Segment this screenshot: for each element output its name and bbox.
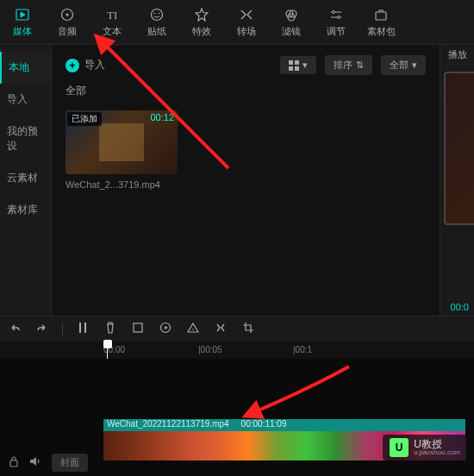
frame-button[interactable] [130,323,146,335]
adjust-icon [329,7,343,22]
svg-rect-18 [79,323,81,333]
lock-icon[interactable] [9,455,19,470]
reverse-button[interactable] [213,322,228,336]
tool-label: 文本 [103,25,122,38]
tool-adjust[interactable]: 调节 [314,0,359,44]
mute-icon[interactable] [29,456,41,469]
redo-button[interactable] [34,322,50,336]
tool-effect[interactable]: 特效 [179,0,224,44]
tool-label: 特效 [192,25,211,38]
svg-marker-22 [165,326,168,329]
svg-rect-19 [84,323,86,333]
plus-icon: + [65,59,79,72]
split-button[interactable] [75,322,90,336]
svg-rect-16 [289,66,293,71]
watermark-url: u.jiaoshou.com [414,449,460,456]
tool-label: 转场 [237,25,256,38]
tool-label: 媒体 [13,25,32,38]
svg-point-3 [66,13,69,16]
sort-icon: ⇅ [356,60,364,71]
svg-point-12 [338,16,340,18]
svg-marker-1 [21,12,25,17]
svg-rect-20 [134,323,142,332]
main-area: 本地 导入 我的预设 云素材 素材库 + 导入 ▾ 排序 ⇅ 全部 [0,45,474,316]
media-item[interactable]: 已添加 00:12 WeChat_2...3719.mp4 [65,110,178,190]
tool-media[interactable]: 媒体 [0,0,45,44]
media-filename: WeChat_2...3719.mp4 [65,179,178,190]
preview-panel: 播放 00:0 [440,45,474,316]
text-icon: TI [105,7,119,22]
effect-icon [195,7,209,22]
crop-button[interactable] [240,322,256,336]
sidebar-item-local[interactable]: 本地 [0,52,51,84]
tool-filter[interactable]: 滤镜 [269,0,314,44]
svg-point-5 [152,9,163,20]
category-all: 全部 [65,84,426,98]
svg-point-11 [333,10,335,13]
speed-button[interactable] [158,322,173,336]
playhead[interactable] [103,340,112,348]
tool-label: 滤镜 [282,25,301,38]
media-thumbnail[interactable]: 已添加 00:12 [65,110,178,174]
svg-point-7 [159,12,160,14]
timeline-toolbar [0,316,474,341]
chevron-down-icon: ▾ [302,60,308,71]
chevron-down-icon: ▾ [412,60,417,71]
filter-all-button[interactable]: 全部 ▾ [381,55,426,75]
sidebar: 本地 导入 我的预设 云素材 素材库 [0,45,52,316]
sidebar-item-cloud[interactable]: 云素材 [0,162,51,194]
svg-point-23 [192,329,194,330]
sidebar-item-presets[interactable]: 我的预设 [0,116,51,162]
tool-sticker[interactable]: 贴纸 [134,0,179,44]
svg-rect-14 [289,60,293,65]
tool-label: 贴纸 [147,25,166,38]
import-label: 导入 [84,58,105,72]
import-button[interactable]: + 导入 [65,58,105,72]
sidebar-item-library[interactable]: 素材库 [0,194,51,226]
ruler-tick: |00:1 [293,341,388,359]
cover-button[interactable]: 封面 [52,454,88,472]
added-badge: 已添加 [67,112,102,126]
content-panel: + 导入 ▾ 排序 ⇅ 全部 ▾ 全部 已添加 [52,45,440,316]
tool-pack[interactable]: 素材包 [359,0,403,44]
media-icon [16,7,29,22]
preview-thumbnail[interactable] [444,72,474,225]
sort-button[interactable]: 排序 ⇅ [325,55,372,75]
tool-text[interactable]: TI 文本 [90,0,134,44]
tool-transition[interactable]: 转场 [224,0,269,44]
preview-time: 00:0 [451,302,469,312]
svg-rect-24 [10,460,17,467]
audio-icon [60,7,74,22]
ruler-tick: 00:00 [103,341,198,359]
ruler-tick: |00:05 [198,341,293,359]
timeline-tracks[interactable]: WeChat_20221122113719.mp4 00:00:11:09 封面… [0,359,474,476]
tool-audio[interactable]: 音频 [45,0,90,44]
pack-icon [374,7,388,22]
undo-button[interactable] [7,322,22,336]
svg-rect-13 [376,12,386,20]
tool-label: 调节 [327,25,346,38]
track-header: 封面 [0,448,103,476]
svg-rect-15 [295,60,299,65]
delete-button[interactable] [103,322,118,336]
view-toggle[interactable]: ▾ [280,56,316,74]
svg-point-6 [154,12,156,14]
marker-button[interactable] [185,323,201,335]
filter-label: 全部 [390,59,409,72]
sort-label: 排序 [334,59,352,72]
watermark-logo: U [390,438,409,457]
preview-header: 播放 [440,45,474,65]
svg-rect-17 [295,66,299,71]
sidebar-item-import[interactable]: 导入 [0,84,51,116]
clip-name: WeChat_20221122113719.mp4 [107,419,229,429]
top-toolbar: 媒体 音频 TI 文本 贴纸 特效 转场 滤镜 调节 素材包 [0,0,474,45]
media-duration: 00:12 [150,112,174,122]
watermark: U U教授 u.jiaoshou.com [383,435,467,460]
tool-label: 音频 [58,25,77,38]
clip-duration: 00:00:11:09 [241,419,287,429]
timeline-ruler[interactable]: 00:00 |00:05 |00:1 [0,341,474,359]
tool-label: 素材包 [367,25,396,38]
transition-icon [240,7,253,22]
filter-icon [284,7,298,22]
sticker-icon [150,7,164,22]
